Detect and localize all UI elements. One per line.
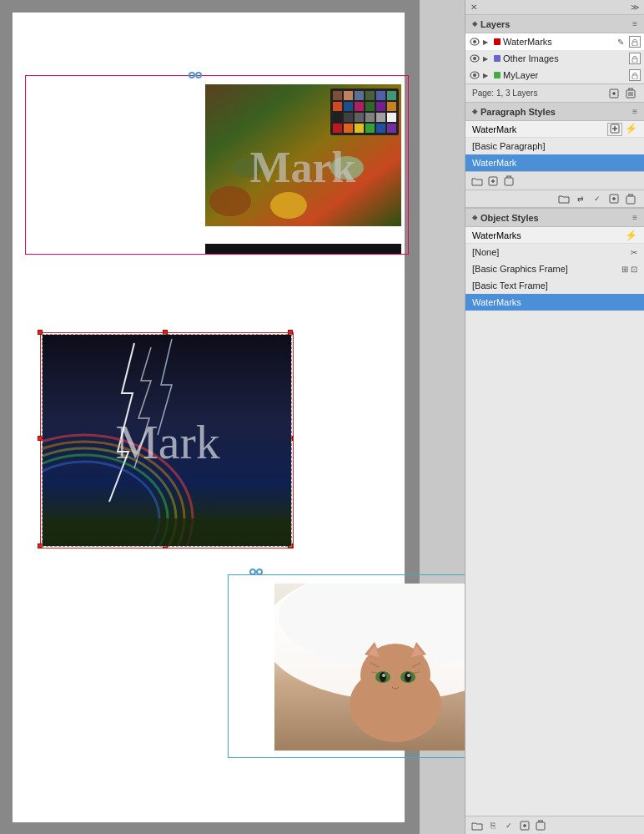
obj-delete-icon[interactable] [534, 819, 547, 832]
para-style-basic-paragraph-label: [Basic Paragraph] [472, 141, 545, 151]
layer-arrow-mylayer: ▶ [483, 72, 491, 79]
svg-rect-18 [365, 91, 375, 100]
image1-bottom-bar [205, 244, 401, 254]
link-icon-image3 [249, 567, 263, 579]
svg-point-66 [405, 672, 411, 682]
obj-style-none[interactable]: [None] ✂ [465, 244, 644, 260]
para-styles-list: [Basic Paragraph] WaterMark [465, 138, 644, 171]
para-lightning-icon[interactable]: ⚡ [625, 123, 637, 136]
object-styles-header[interactable]: ◆ Object Styles ≡ [465, 209, 644, 227]
mid-folder-icon[interactable] [557, 192, 571, 205]
layers-panel-header[interactable]: ◆ Layers ≡ [465, 15, 644, 33]
right-panel: ✕ ≫ ◆ Layers ≡ ▶ WaterMarks ✎ [465, 0, 644, 834]
svg-text:Mark: Mark [115, 415, 220, 469]
svg-rect-29 [355, 113, 364, 122]
obj-style-watermarks[interactable]: WaterMarks [465, 294, 644, 311]
obj-style-basic-graphics[interactable]: [Basic Graphics Frame] ⊞ ⊡ [465, 260, 644, 277]
close-icon[interactable]: ✕ [470, 3, 477, 12]
image2-frame[interactable]: Mark [42, 334, 292, 547]
layer-lock-other-images[interactable] [629, 53, 641, 64]
para-styles-toolbar [465, 171, 644, 190]
svg-point-68 [407, 674, 410, 677]
food-image: Mark [205, 84, 401, 226]
layers-menu-icon[interactable]: ≡ [632, 19, 637, 28]
svg-point-78 [473, 57, 476, 60]
layer-row-watermarks[interactable]: ▶ WaterMarks ✎ [465, 33, 644, 50]
layer-visibility-other-images[interactable] [469, 53, 480, 64]
para-menu-icon[interactable]: ≡ [632, 107, 637, 116]
layer-visibility-mylayer[interactable] [469, 69, 480, 81]
layer-row-mylayer[interactable]: ▶ MyLayer [465, 67, 644, 83]
obj-header-item-row: WaterMarks ⚡ [465, 227, 644, 244]
svg-rect-21 [333, 102, 342, 111]
svg-point-75 [473, 40, 476, 43]
para-style-watermark-label: WaterMark [472, 158, 516, 168]
lightning-image: Mark [43, 335, 291, 546]
object-styles-panel: ◆ Object Styles ≡ WaterMarks ⚡ [None] ✂ … [465, 208, 644, 816]
mid-new-icon[interactable] [607, 192, 621, 205]
paragraph-styles-header[interactable]: ◆ Paragraph Styles ≡ [465, 103, 644, 121]
obj-none-label: [None] [472, 247, 499, 257]
svg-rect-28 [344, 113, 353, 122]
para-header-item-name: WaterMark [472, 124, 516, 134]
layer-row-other-images[interactable]: ▶ Other Images [465, 50, 644, 67]
layers-panel-title: Layers [480, 19, 510, 29]
layer-name-watermarks: WaterMarks [503, 37, 615, 47]
para-style-basic-paragraph[interactable]: [Basic Paragraph] [465, 138, 644, 154]
delete-layer-button[interactable] [624, 87, 637, 100]
obj-lightning-icon[interactable]: ⚡ [625, 230, 637, 241]
obj-watermarks-label: WaterMarks [472, 297, 521, 307]
svg-rect-16 [344, 91, 353, 100]
obj-none-scissors-icon: ✂ [631, 248, 637, 257]
layer-arrow-other-images: ▶ [483, 55, 491, 63]
para-new-icon[interactable] [607, 123, 622, 136]
para-folder-icon[interactable] [470, 174, 484, 188]
obj-check-icon[interactable]: ✓ [502, 819, 516, 832]
image1-frame[interactable]: Mark [25, 75, 409, 255]
svg-rect-36 [365, 124, 375, 133]
layer-visibility-watermarks[interactable] [469, 36, 480, 48]
svg-rect-113 [536, 822, 545, 830]
new-layer-button[interactable] [607, 87, 621, 100]
obj-folder-icon[interactable] [470, 819, 484, 832]
obj-style-basic-text[interactable]: [Basic Text Frame] [465, 277, 644, 294]
layer-color-watermarks [494, 38, 501, 45]
obj-duplicate-icon[interactable]: ⎘ [486, 819, 500, 832]
page-info-text: Page: 1, 3 Layers [472, 88, 537, 98]
svg-rect-82 [632, 75, 637, 79]
object-styles-title: Object Styles [480, 213, 539, 223]
obj-new-icon[interactable] [518, 819, 531, 832]
para-new-style-icon[interactable] [486, 174, 500, 188]
mid-delete-icon[interactable] [624, 192, 637, 205]
svg-rect-20 [387, 91, 396, 100]
para-delete-icon[interactable] [502, 174, 516, 188]
mid-link-icon[interactable]: ⇄ [574, 192, 587, 205]
svg-rect-99 [505, 178, 513, 185]
layers-list: ▶ WaterMarks ✎ ▶ Other Images [465, 33, 644, 83]
layer-color-mylayer [494, 72, 501, 78]
obj-menu-icon[interactable]: ≡ [632, 213, 637, 222]
layer-lock-mylayer[interactable] [629, 69, 641, 81]
svg-rect-22 [344, 102, 353, 111]
obj-graphics-grid-icon: ⊞ [621, 265, 628, 274]
svg-rect-106 [626, 196, 635, 204]
svg-text:Mark: Mark [249, 144, 355, 191]
expand-icon[interactable]: ≫ [631, 3, 639, 12]
layers-panel: ◆ Layers ≡ ▶ WaterMarks ✎ [465, 15, 644, 102]
obj-basic-graphics-label: [Basic Graphics Frame] [472, 264, 568, 274]
para-chevron-icon: ◆ [472, 108, 477, 115]
svg-point-81 [473, 73, 476, 77]
obj-chevron-icon: ◆ [472, 214, 477, 221]
svg-rect-35 [355, 124, 364, 133]
link-icon-image1 [189, 69, 202, 83]
canvas-area: Mark [0, 0, 420, 834]
para-style-watermark[interactable]: WaterMark [465, 154, 644, 171]
svg-point-4 [209, 186, 251, 216]
layers-chevron-icon: ◆ [472, 20, 477, 28]
mid-check-icon[interactable]: ✓ [591, 192, 604, 205]
obj-basic-text-label: [Basic Text Frame] [472, 281, 548, 291]
layer-lock-watermarks[interactable] [629, 36, 641, 48]
svg-rect-23 [355, 102, 364, 111]
layer-pencil-icon: ✎ [617, 38, 624, 47]
svg-point-67 [382, 674, 385, 677]
